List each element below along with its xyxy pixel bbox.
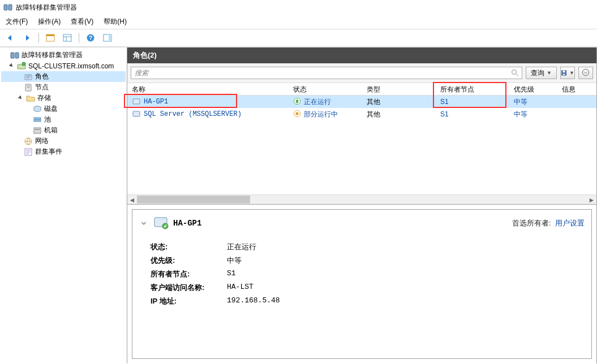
tree-networks-label: 网络 [35, 136, 49, 146]
tree-networks[interactable]: 网络 [1, 136, 126, 146]
chevron-down-icon: ▼ [569, 70, 574, 76]
svg-rect-10 [109, 34, 111, 41]
cell-name-text: HA-GP1 [144, 98, 168, 106]
expander-icon[interactable] [8, 63, 15, 70]
cell-owner: S1 [436, 98, 509, 106]
query-button[interactable]: 查询 ▼ [526, 67, 557, 79]
scroll-right-icon[interactable]: ► [587, 195, 596, 205]
svg-rect-17 [27, 85, 30, 86]
navigation-tree[interactable]: 故障转移群集管理器 SQL-CLUSTER.ixmsoft.com 角色 节点 [0, 47, 127, 363]
svg-rect-31 [562, 71, 565, 72]
tree-nodes[interactable]: 节点 [1, 82, 126, 93]
back-button[interactable] [3, 32, 17, 44]
tree-enclosures[interactable]: 机箱 [1, 125, 126, 136]
search-placeholder: 搜索 [135, 68, 148, 78]
svg-point-14 [22, 62, 25, 66]
save-button[interactable]: ▼ [560, 67, 575, 79]
cell-status: 正在运行 [289, 97, 362, 107]
table-row[interactable]: HA-GP1 正在运行 其他 S1 中等 [127, 96, 596, 108]
detail-label: 客户端访问名称: [151, 283, 227, 293]
content-pane: 角色(2) 搜索 查询 ▼ ▼ [127, 47, 597, 363]
window-title: 故障转移群集管理器 [16, 3, 77, 12]
menu-view[interactable]: 查看(V) [71, 17, 93, 27]
nodes-icon [24, 83, 33, 92]
column-owner[interactable]: 所有者节点 [436, 83, 509, 95]
show-hide-console-tree-button[interactable] [44, 32, 57, 44]
cell-status-text: 正在运行 [304, 97, 331, 107]
svg-rect-24 [37, 129, 38, 130]
app-icon [3, 3, 12, 12]
menu-action[interactable]: 操作(A) [38, 17, 61, 27]
collapse-icon[interactable] [139, 219, 148, 228]
grid-header: 名称 状态 类型 所有者节点 优先级 信息 [127, 83, 596, 96]
search-input[interactable]: 搜索 [131, 67, 522, 79]
chevron-down-icon: ▼ [547, 70, 552, 76]
network-icon [24, 137, 33, 146]
properties-button[interactable] [61, 32, 74, 44]
panel-header: 角色(2) [127, 47, 596, 63]
pool-icon [33, 115, 42, 124]
disk-icon [33, 105, 42, 114]
column-type[interactable]: 类型 [362, 83, 436, 95]
storage-folder-icon [26, 94, 35, 103]
toolbar-separator [38, 33, 39, 43]
svg-rect-32 [562, 73, 565, 75]
svg-rect-1 [8, 5, 12, 10]
tree-pools-label: 池 [44, 115, 51, 124]
forward-button[interactable] [20, 32, 34, 44]
table-row[interactable]: SQL Server (MSSQLSERVER) 部分运行中 其他 S1 中等 [127, 108, 596, 120]
svg-rect-21 [34, 120, 41, 122]
column-priority[interactable]: 优先级 [509, 83, 557, 95]
scroll-left-icon[interactable]: ◄ [127, 195, 137, 205]
svg-point-38 [295, 112, 298, 115]
expander-icon[interactable] [17, 95, 24, 102]
tree-pools[interactable]: 池 [1, 114, 126, 125]
svg-point-28 [512, 70, 517, 75]
detail-value: 中等 [227, 255, 242, 266]
cell-name: HA-GP1 [127, 97, 289, 107]
svg-rect-34 [133, 99, 140, 104]
svg-rect-25 [38, 129, 40, 130]
detail-row-status: 状态: 正在运行 [151, 242, 585, 252]
column-info[interactable]: 信息 [557, 83, 591, 95]
tree-disks-label: 磁盘 [44, 104, 58, 114]
tree-root[interactable]: 故障转移群集管理器 [1, 50, 126, 60]
menu-file[interactable]: 文件(F) [6, 17, 28, 27]
column-status[interactable]: 状态 [289, 83, 362, 95]
chevron-down-circle-icon [582, 68, 590, 78]
title-bar: 故障转移群集管理器 [0, 0, 597, 15]
query-button-label: 查询 [531, 68, 544, 78]
cell-type: 其他 [362, 110, 436, 119]
role-icon [132, 97, 141, 107]
detail-value: S1 [227, 269, 236, 279]
horizontal-scrollbar[interactable]: ◄ ► [127, 194, 596, 204]
details-box: HA-GP1 首选所有者: 用户设置 状态: 正在运行 优先级: 中等 [132, 209, 592, 359]
svg-rect-12 [15, 53, 19, 58]
details-table: 状态: 正在运行 优先级: 中等 所有者节点: S1 客户端访问名称: HA-L… [139, 242, 585, 306]
cell-status: 部分运行中 [289, 110, 362, 119]
preferred-owner: 首选所有者: 用户设置 [512, 218, 585, 228]
toolbar: ? [0, 29, 597, 47]
svg-rect-18 [27, 87, 30, 88]
action-pane-toggle-button[interactable] [101, 32, 114, 44]
menu-help[interactable]: 帮助(H) [104, 17, 127, 27]
scroll-thumb[interactable] [137, 196, 250, 203]
expander-icon[interactable] [1, 52, 8, 59]
tree-cluster[interactable]: SQL-CLUSTER.ixmsoft.com [1, 60, 126, 71]
svg-rect-22 [34, 128, 41, 133]
role-icon [132, 109, 141, 120]
svg-rect-0 [4, 5, 7, 10]
help-button[interactable]: ? [84, 32, 97, 44]
tree-roles[interactable]: 角色 [1, 71, 126, 82]
svg-rect-3 [46, 34, 54, 36]
tree-disks[interactable]: 磁盘 [1, 103, 126, 114]
detail-label: 状态: [151, 242, 227, 252]
detail-value: 192.168.5.48 [227, 296, 280, 306]
tree-nodes-label: 节点 [35, 83, 49, 92]
preferred-owner-link[interactable]: 用户设置 [555, 219, 585, 227]
column-name[interactable]: 名称 [127, 83, 289, 95]
more-options-button[interactable] [578, 67, 593, 79]
tree-events[interactable]: 群集事件 [1, 146, 126, 157]
tree-storage[interactable]: 存储 [1, 93, 126, 103]
role-large-icon [153, 214, 169, 232]
